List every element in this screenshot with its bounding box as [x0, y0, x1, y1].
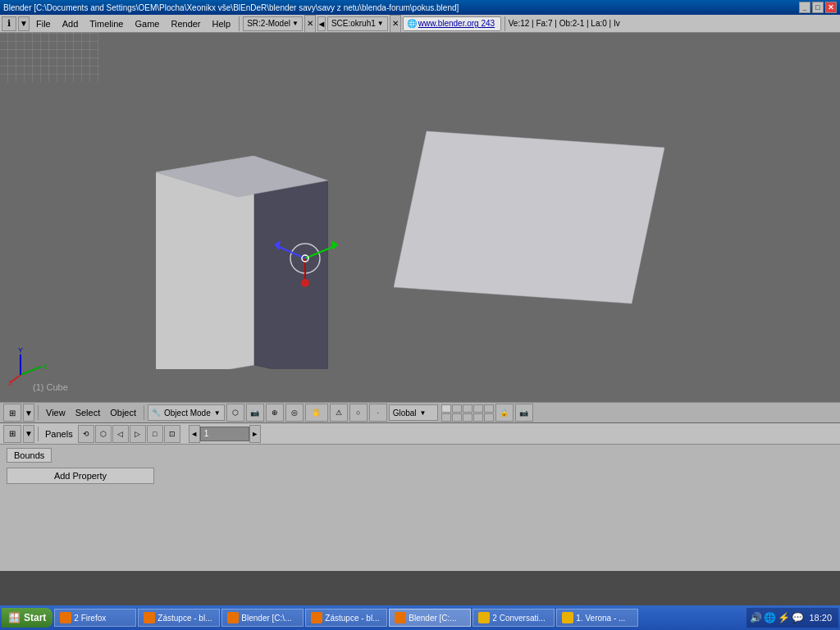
layer-buttons [441, 404, 494, 422]
prop-icon-6[interactable]: ⊡ [164, 425, 180, 443]
conversations-icon [478, 612, 490, 623]
layer-btn-10[interactable] [484, 413, 494, 422]
svg-line-5 [277, 246, 305, 258]
taskbar-item-blender2[interactable]: Blender [C:... [389, 609, 471, 627]
prop-icon-5[interactable]: □ [147, 425, 163, 443]
tray-icon-4[interactable]: 💬 [792, 612, 804, 623]
sce-dropdown[interactable]: SCE:okruh1 ▼ [327, 16, 388, 31]
minimize-button[interactable]: _ [799, 2, 810, 13]
layer-btn-6[interactable] [441, 413, 451, 422]
circle-icon[interactable]: ○ [349, 404, 368, 422]
layer-btn-7[interactable] [452, 413, 462, 422]
mode-dropdown[interactable]: 🔧 Object Mode ▼ [148, 404, 225, 421]
info-icon[interactable]: ℹ [2, 16, 16, 31]
add-property-button[interactable]: Add Property [7, 468, 154, 484]
page-prev-btn[interactable]: ◄ [189, 425, 200, 443]
layer-btn-8[interactable] [463, 413, 472, 422]
url-field[interactable]: 🌐 www.blender.org 243 [403, 16, 501, 31]
properties-content: Bounds Add Property [0, 445, 840, 487]
layer-btn-5[interactable] [484, 404, 494, 413]
layer-btn-9[interactable] [473, 413, 483, 422]
menu-file[interactable]: File [31, 17, 56, 30]
stats-display: Ve:12 | Fa:7 | Ob:2-1 | La:0 | Iv [509, 19, 620, 28]
menu-help[interactable]: Help [208, 17, 236, 30]
view-menu[interactable]: View [42, 406, 70, 419]
menu-render[interactable]: Render [166, 17, 205, 30]
viewport-3d[interactable]: X Y Z (1) Cube [0, 33, 840, 402]
scene-close-btn[interactable]: ✕ [304, 15, 316, 33]
transform-icon[interactable]: 🖐 [305, 404, 328, 422]
taskbar: 🪟 Start 2 Firefox Zástupce - bl... Blend… [0, 605, 840, 630]
select-menu[interactable]: Select [71, 406, 105, 419]
blender2-icon [395, 612, 406, 623]
object-name-display: (1) Cube [33, 382, 68, 392]
clock-display: 18:20 [806, 613, 835, 623]
system-tray: 🔊 🌐 ⚡ 💬 18:20 [746, 608, 838, 628]
menu-timeline[interactable]: Timeline [84, 17, 128, 30]
taskbar-item-conversations[interactable]: 2 Conversati... [472, 609, 555, 627]
warning-icon[interactable]: ⚠ [330, 404, 348, 422]
menu-dropdown-arrow[interactable]: ▼ [18, 16, 30, 31]
layer-btn-3[interactable] [463, 404, 472, 413]
title-bar: Blender [C:\Documents and Settings\OEM\P… [0, 0, 840, 15]
plane-object[interactable] [394, 123, 664, 320]
scene-dropdown[interactable]: SR:2-Model ▼ [243, 16, 303, 31]
layer-btn-4[interactable] [473, 404, 483, 413]
taskbar-item-zastupce1[interactable]: Zástupce - bl... [138, 609, 220, 627]
camera-icon[interactable]: 📷 [515, 404, 533, 422]
sce-close-btn[interactable]: ✕ [390, 15, 401, 33]
system-tray-area: 🔊 🌐 ⚡ 💬 18:20 [746, 608, 838, 628]
axis-z-label: Z [8, 379, 13, 387]
maximize-button[interactable]: □ [812, 2, 824, 13]
view3d-grid-icon[interactable]: ⊞ [3, 404, 21, 422]
global-dropdown[interactable]: Global ▼ [389, 404, 438, 421]
menu-add[interactable]: Add [57, 17, 84, 30]
verona-icon [562, 612, 573, 623]
tray-icon-1[interactable]: 🔊 [750, 612, 762, 623]
snap-icon[interactable]: ⊕ [266, 404, 284, 422]
start-button[interactable]: 🪟 Start [2, 608, 52, 628]
prop-icon-1[interactable]: ⟲ [78, 425, 94, 443]
prop-icon-2[interactable]: ⬡ [95, 425, 112, 443]
layer-btn-1[interactable] [441, 404, 451, 413]
mode-dropdown-arrow: ▼ [214, 409, 221, 417]
svg-marker-3 [394, 131, 664, 304]
prop-icon-4[interactable]: ▷ [130, 425, 146, 443]
dot-icon[interactable]: · [369, 404, 387, 422]
lock-icon[interactable]: 🔒 [495, 404, 514, 422]
toolbar-sep-2 [144, 405, 144, 420]
taskbar-item-firefox[interactable]: 2 Firefox [54, 609, 136, 627]
proportional-icon[interactable]: ◎ [285, 404, 304, 422]
panels-label: Panels [45, 429, 73, 439]
close-button[interactable]: ✕ [825, 2, 837, 13]
page-next-btn[interactable]: ► [249, 425, 261, 443]
window-controls: _ □ ✕ [799, 2, 837, 13]
render-icon[interactable]: 📷 [246, 404, 264, 422]
firefox-icon [60, 612, 71, 623]
page-controls: ◄ 1 ► [189, 425, 261, 443]
global-dropdown-arrow: ▼ [420, 409, 427, 417]
sce-left-btn[interactable]: ◄ [317, 16, 326, 31]
view3d-dropdown-arrow[interactable]: ▼ [23, 404, 34, 422]
menu-game[interactable]: Game [130, 17, 164, 30]
object-menu[interactable]: Object [106, 406, 140, 419]
menu-bar: ℹ ▼ File Add Timeline Game Render Help S… [0, 15, 840, 33]
viewport-grid [0, 33, 98, 82]
taskbar-item-verona[interactable]: 1. Verona - ... [556, 609, 638, 627]
bounds-button[interactable]: Bounds [7, 448, 52, 463]
page-number[interactable]: 1 [200, 427, 249, 441]
transform-gizmo[interactable] [271, 217, 345, 291]
start-icon: 🪟 [8, 612, 21, 623]
tray-icon-3[interactable]: ⚡ [778, 612, 790, 623]
taskbar-item-zastupce2[interactable]: Zástupce - bl... [305, 609, 387, 627]
properties-dropdown[interactable]: ▼ [23, 425, 34, 443]
zastupce1-icon [144, 612, 155, 623]
svg-marker-6 [274, 240, 281, 250]
layer-btn-2[interactable] [452, 404, 462, 413]
prop-icon-3[interactable]: ◁ [112, 425, 129, 443]
tray-icon-2[interactable]: 🌐 [764, 612, 776, 623]
properties-grid-icon[interactable]: ⊞ [3, 425, 21, 443]
axis-y-label: Y [18, 346, 23, 354]
layers-icon[interactable]: ⬡ [226, 404, 244, 422]
taskbar-item-blender1[interactable]: Blender [C:\... [221, 609, 304, 627]
